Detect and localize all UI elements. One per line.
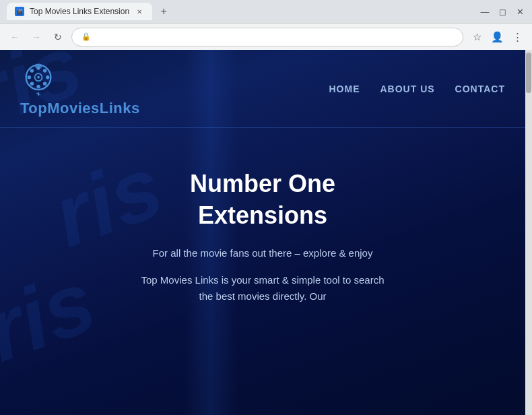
close-button[interactable]: ✕: [514, 7, 525, 17]
svg-line-1: [36, 94, 40, 95]
tab-strip: 🎬 Top Movies Links Extension ✕ +: [7, 3, 172, 20]
hero-section: Number One Extensions For all the movie …: [0, 128, 525, 325]
lock-icon: 🔒: [81, 32, 91, 41]
tab-close-button[interactable]: ✕: [135, 7, 144, 16]
svg-point-4: [37, 76, 40, 79]
hero-title: Number One Extensions: [13, 168, 512, 232]
scrollbar-thumb[interactable]: [526, 53, 531, 93]
nav-menu: HOME ABOUT US CONTACT: [329, 84, 505, 94]
address-bar: ← → ↻ 🔒 ☆ 👤 ⋮: [0, 23, 532, 50]
menu-button[interactable]: ⋮: [509, 29, 525, 45]
browser-content: ris ris ris: [0, 50, 532, 415]
toolbar-right: ☆ 👤 ⋮: [469, 29, 525, 45]
nav-about[interactable]: ABOUT US: [380, 84, 434, 94]
nav-contact[interactable]: CONTACT: [455, 84, 505, 94]
bookmark-button[interactable]: ☆: [469, 29, 485, 45]
tab-title: Top Movies Links Extension: [30, 7, 129, 16]
svg-point-7: [28, 75, 31, 79]
active-tab[interactable]: 🎬 Top Movies Links Extension ✕: [7, 3, 152, 20]
maximize-button[interactable]: ◻: [497, 7, 508, 17]
website: ris ris ris: [0, 50, 525, 415]
svg-point-9: [30, 69, 34, 73]
hero-subtitle: For all the movie fans out there – explo…: [13, 245, 512, 261]
address-input[interactable]: 🔒: [71, 28, 463, 46]
hero-description: Top Movies Links is your smart & simple …: [135, 272, 391, 305]
site-header: TopMoviesLinks HOME ABOUT US CONTACT: [0, 50, 525, 127]
new-tab-button[interactable]: +: [155, 3, 172, 20]
title-bar: 🎬 Top Movies Links Extension ✕ + — ◻ ✕: [0, 0, 532, 23]
back-button[interactable]: ←: [7, 29, 23, 45]
nav-home[interactable]: HOME: [329, 84, 360, 94]
minimize-button[interactable]: —: [479, 7, 490, 17]
reload-button[interactable]: ↻: [50, 29, 66, 45]
hero-title-line2: Extensions: [198, 201, 327, 229]
window-controls: — ◻ ✕: [479, 7, 525, 17]
hero-title-line1: Number One: [190, 170, 335, 197]
scrollbar[interactable]: [525, 50, 532, 415]
svg-point-8: [46, 75, 50, 79]
logo-section: TopMoviesLinks: [20, 60, 140, 117]
svg-point-12: [43, 69, 47, 73]
site-name: TopMoviesLinks: [20, 100, 140, 117]
forward-button[interactable]: →: [28, 29, 44, 45]
svg-point-6: [36, 85, 40, 89]
svg-point-13: [35, 64, 42, 69]
svg-point-11: [30, 82, 34, 86]
logo-icon: [20, 60, 57, 97]
profile-button[interactable]: 👤: [489, 29, 505, 45]
tab-favicon: 🎬: [15, 7, 24, 16]
browser-window: 🎬 Top Movies Links Extension ✕ + — ◻ ✕ ←…: [0, 0, 532, 415]
svg-point-10: [43, 82, 47, 86]
